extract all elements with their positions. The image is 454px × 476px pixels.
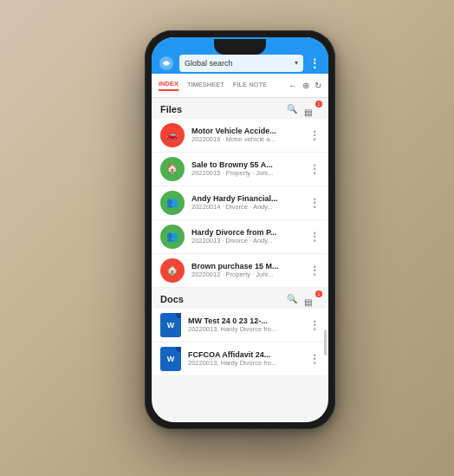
more-options-icon[interactable]: ⋮: [308, 56, 321, 70]
chevron-down-icon: ▾: [295, 59, 298, 67]
docs-filter-button[interactable]: ▤ 1: [304, 293, 320, 305]
link-icon[interactable]: ⊕: [302, 81, 309, 90]
doc-info: MW Test 24 0 23 12-... 20220013, Hardy D…: [188, 316, 302, 333]
file-info: Andy Hardy Financial... 20220014 · Divor…: [191, 194, 302, 211]
item-more-icon[interactable]: ⋮: [309, 264, 321, 277]
file-avatar: 🏠: [160, 157, 185, 181]
file-name: Andy Hardy Financial...: [191, 194, 302, 203]
doc-name: FCFCOA Affidavit 24...: [188, 350, 302, 359]
back-icon[interactable]: ←: [289, 81, 297, 90]
phone-screen: Global search ▾ ⋮ INDEX TIMESHEET FILE N…: [152, 37, 328, 422]
file-name: Motor Vehicle Accide...: [191, 127, 302, 135]
files-section-header: Files 🔍 ▤ 1: [152, 98, 328, 119]
file-info: Motor Vehicle Accide... 20220016 · Motor…: [191, 127, 302, 143]
file-info: Hardy Divorce from P... 20220013 · Divor…: [191, 228, 302, 245]
file-meta: 20220014 · Divorce · Andy...: [191, 203, 302, 211]
main-content: Files 🔍 ▤ 1 🚗 Motor Vehicle Accide... 20…: [152, 98, 328, 376]
refresh-icon[interactable]: ↻: [315, 81, 321, 90]
file-avatar: 👥: [160, 191, 185, 215]
tab-timesheet[interactable]: TIMESHEET: [187, 81, 224, 90]
file-avatar-icon: 🚗: [166, 129, 178, 140]
file-item[interactable]: 👥 Hardy Divorce from P... 20220013 · Div…: [152, 220, 328, 254]
item-more-icon[interactable]: ⋮: [309, 163, 321, 175]
doc-meta: 20220013, Hardy Divorce fro...: [188, 359, 302, 367]
docs-search-icon[interactable]: 🔍: [287, 294, 297, 303]
app-logo: [159, 55, 174, 71]
item-more-icon[interactable]: ⋮: [309, 231, 321, 243]
scroll-indicator: [324, 329, 327, 355]
file-avatar: 🚗: [160, 123, 185, 147]
file-meta: 20220015 · Property · Johi...: [191, 169, 302, 177]
tabs-bar: INDEX TIMESHEET FILE NOTE ← ⊕ ↻: [152, 74, 328, 98]
file-avatar-icon: 👥: [166, 197, 178, 208]
file-info: Sale to Browny 55 A... 20220015 · Proper…: [191, 160, 302, 177]
file-name: Brown purchase 15 M...: [191, 262, 302, 271]
file-item[interactable]: 🚗 Motor Vehicle Accide... 20220016 · Mot…: [152, 119, 328, 153]
doc-word-icon: W: [160, 313, 181, 337]
phone-notch: [214, 39, 266, 55]
doc-item[interactable]: W MW Test 24 0 23 12-... 20220013, Hardy…: [152, 309, 328, 342]
tab-index[interactable]: INDEX: [159, 80, 178, 91]
doc-name: MW Test 24 0 23 12-...: [188, 316, 302, 325]
docs-section-title: Docs: [160, 294, 287, 304]
files-section-title: Files: [160, 104, 287, 114]
tab-action-icons: ← ⊕ ↻: [289, 81, 321, 90]
doc-more-icon[interactable]: ⋮: [309, 353, 321, 365]
files-filter-button[interactable]: ▤ 1: [304, 103, 320, 115]
file-name: Hardy Divorce from P...: [191, 228, 302, 237]
file-item[interactable]: 🏠 Brown purchase 15 M... 20220012 · Prop…: [152, 254, 328, 288]
docs-filter-icon: ▤: [304, 297, 312, 307]
docs-filter-badge: 1: [315, 290, 322, 297]
filter-badge: 1: [315, 101, 322, 108]
doc-meta: 20220013, Hardy Divorce fro...: [188, 325, 302, 333]
file-item[interactable]: 👥 Andy Hardy Financial... 20220014 · Div…: [152, 186, 328, 220]
file-avatar-icon: 🏠: [166, 264, 178, 276]
item-more-icon[interactable]: ⋮: [309, 129, 321, 141]
doc-item[interactable]: W FCFCOA Affidavit 24... 20220013, Hardy…: [152, 342, 328, 376]
phone-wrapper: Global search ▾ ⋮ INDEX TIMESHEET FILE N…: [145, 30, 335, 429]
docs-section-header: Docs 🔍 ▤ 1: [152, 288, 328, 309]
global-search-box[interactable]: Global search ▾: [179, 55, 303, 72]
item-more-icon[interactable]: ⋮: [309, 197, 321, 209]
file-meta: 20220012 · Property · Johi...: [191, 271, 302, 278]
file-info: Brown purchase 15 M... 20220012 · Proper…: [191, 262, 302, 278]
file-item[interactable]: 🏠 Sale to Browny 55 A... 20220015 · Prop…: [152, 153, 328, 186]
file-avatar: 👥: [160, 225, 185, 249]
file-avatar-icon: 🏠: [166, 163, 178, 174]
file-avatar-icon: 👥: [166, 231, 178, 242]
doc-info: FCFCOA Affidavit 24... 20220013, Hardy D…: [188, 350, 302, 367]
doc-more-icon[interactable]: ⋮: [309, 319, 321, 331]
files-search-icon[interactable]: 🔍: [287, 104, 297, 114]
file-avatar: 🏠: [160, 258, 185, 283]
search-text: Global search: [185, 59, 233, 68]
file-meta: 20220013 · Divorce · Andy...: [191, 237, 302, 245]
filter-icon: ▤: [304, 108, 312, 117]
file-meta: 20220016 · Motor vehicle a...: [191, 135, 302, 143]
file-name: Sale to Browny 55 A...: [191, 160, 302, 169]
doc-word-icon: W: [160, 347, 181, 371]
tab-file-note[interactable]: FILE NOTE: [233, 81, 267, 90]
phone-device: Global search ▾ ⋮ INDEX TIMESHEET FILE N…: [145, 30, 335, 429]
